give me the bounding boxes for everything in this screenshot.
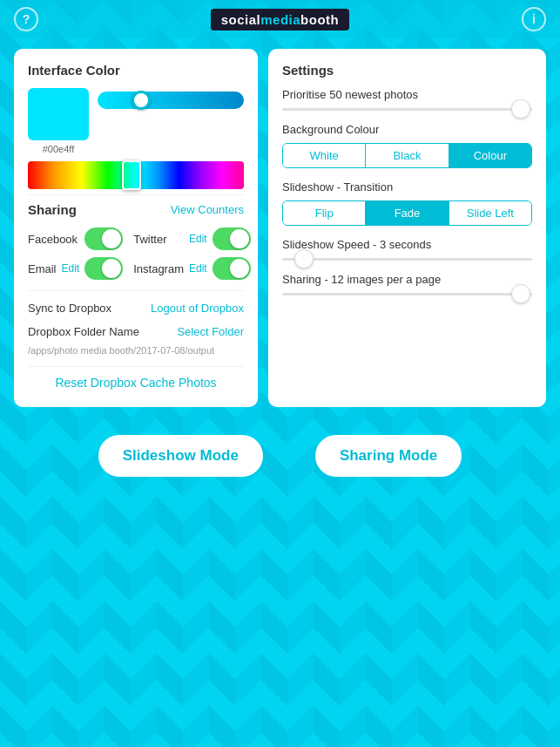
sharing-mode-button[interactable]: Sharing Mode xyxy=(315,435,462,477)
dropbox-folder-row: Dropbox Folder Name Select Folder xyxy=(28,320,244,343)
hue-thumb[interactable] xyxy=(132,91,151,110)
slideshow-transition-row: Slideshow - Transition Flip Fade Slide L… xyxy=(282,180,532,226)
slideshow-speed-label: Slideshow Speed - 3 seconds xyxy=(282,238,532,251)
info-icon: i xyxy=(532,12,536,26)
left-panel: Interface Color #00e4ff xyxy=(14,49,258,407)
help-icon: ? xyxy=(23,12,30,26)
bottom-buttons: Slideshow Mode Sharing Mode xyxy=(0,418,560,494)
dropbox-folder-label: Dropbox Folder Name xyxy=(28,325,139,338)
divider-3 xyxy=(28,366,244,367)
color-hex-value: #00e4ff xyxy=(28,144,89,154)
speed-thumb[interactable] xyxy=(294,249,314,268)
slideshow-mode-button[interactable]: Slideshow Mode xyxy=(98,435,263,477)
interface-color-title: Interface Color xyxy=(28,63,244,78)
color-rainbow-slider[interactable] xyxy=(28,161,244,189)
hue-slider[interactable] xyxy=(98,92,244,109)
logo-booth: booth xyxy=(300,12,339,27)
transition-fade-btn[interactable]: Fade xyxy=(366,201,449,225)
logo-social: social xyxy=(221,12,261,27)
twitter-item: Twitter Edit xyxy=(133,227,251,250)
prioritise-thumb[interactable] xyxy=(511,99,530,119)
prioritise-slider[interactable] xyxy=(282,108,532,111)
email-item: Email Edit xyxy=(28,257,123,280)
slideshow-transition-label: Slideshow - Transition xyxy=(282,180,532,194)
help-button[interactable]: ? xyxy=(14,7,38,31)
sharing-images-row: Sharing - 12 images per a page xyxy=(282,273,532,295)
bg-colour-btn[interactable]: Colour xyxy=(449,144,531,167)
view-counters-link[interactable]: View Counters xyxy=(171,203,244,216)
twitter-label: Twitter xyxy=(133,233,184,246)
transition-flip-btn[interactable]: Flip xyxy=(283,201,366,225)
social-grid: Facebook Twitter Edit Email Edit Ins xyxy=(28,227,244,280)
email-label: Email xyxy=(28,262,57,275)
facebook-item: Facebook xyxy=(28,227,123,250)
background-colour-segmented: White Black Colour xyxy=(282,143,532,168)
folder-path: /apps/photo media booth/2017-07-08/outpu… xyxy=(28,343,244,361)
color-preview-swatch[interactable] xyxy=(28,88,89,140)
facebook-toggle[interactable] xyxy=(84,227,123,250)
app-logo: socialmediabooth xyxy=(211,9,350,31)
sharing-header: Sharing View Counters xyxy=(28,202,244,217)
logout-dropbox-link[interactable]: Logout of Dropbox xyxy=(151,302,244,315)
instagram-label: Instagram xyxy=(133,262,184,275)
facebook-label: Facebook xyxy=(28,233,79,246)
bg-white-btn[interactable]: White xyxy=(283,144,366,167)
speed-slider[interactable] xyxy=(282,258,532,261)
divider-2 xyxy=(28,290,244,291)
instagram-edit-link[interactable]: Edit xyxy=(189,262,207,275)
sharing-section: Sharing View Counters Facebook Twitter E… xyxy=(28,202,244,393)
prioritise-label: Prioritise 50 newest photos xyxy=(282,88,532,101)
background-colour-label: Background Colour xyxy=(282,123,532,136)
email-toggle[interactable] xyxy=(84,257,123,280)
instagram-toggle[interactable] xyxy=(213,257,251,280)
email-edit-link[interactable]: Edit xyxy=(62,262,80,275)
divider-1 xyxy=(28,194,244,195)
interface-color-section: Interface Color #00e4ff xyxy=(28,63,244,189)
main-content: Interface Color #00e4ff xyxy=(0,38,560,418)
select-folder-link[interactable]: Select Folder xyxy=(177,325,244,338)
transition-segmented: Flip Fade Slide Left xyxy=(282,200,532,226)
logo-media: media xyxy=(260,12,300,27)
sharing-images-label: Sharing - 12 images per a page xyxy=(282,273,532,286)
bg-black-btn[interactable]: Black xyxy=(366,144,449,167)
prioritise-row: Prioritise 50 newest photos xyxy=(282,88,532,111)
sync-dropbox-row: Sync to Dropbox Logout of Dropbox xyxy=(28,296,244,320)
settings-title: Settings xyxy=(282,63,532,78)
twitter-toggle[interactable] xyxy=(213,227,251,250)
instagram-item: Instagram Edit xyxy=(133,257,251,280)
sharing-thumb[interactable] xyxy=(511,284,530,303)
twitter-edit-link[interactable]: Edit xyxy=(189,233,207,245)
rainbow-thumb[interactable] xyxy=(122,160,141,190)
right-panel: Settings Prioritise 50 newest photos Bac… xyxy=(268,49,546,407)
transition-slideleft-btn[interactable]: Slide Left xyxy=(449,201,531,225)
reset-cache-button[interactable]: Reset Dropbox Cache Photos xyxy=(28,372,244,393)
slideshow-speed-row: Slideshow Speed - 3 seconds xyxy=(282,238,532,261)
background-colour-row: Background Colour White Black Colour xyxy=(282,123,532,168)
sharing-title: Sharing xyxy=(28,202,77,217)
sync-dropbox-label: Sync to Dropbox xyxy=(28,302,111,315)
info-button[interactable]: i xyxy=(522,7,546,31)
sharing-slider[interactable] xyxy=(282,293,532,295)
header: ? socialmediabooth i xyxy=(0,0,560,38)
